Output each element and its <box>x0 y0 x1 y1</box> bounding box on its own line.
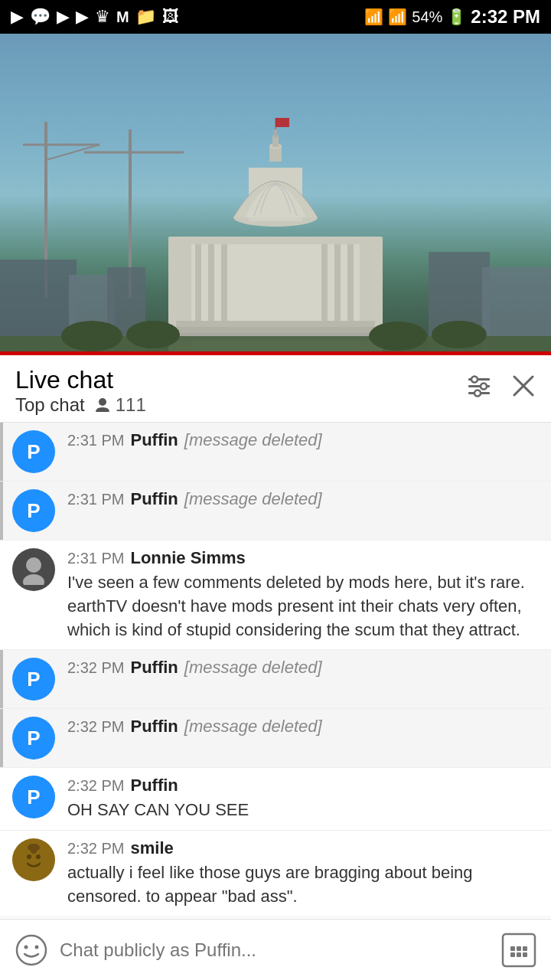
capitol-building <box>0 83 551 351</box>
m-icon: M <box>116 8 129 26</box>
svg-rect-61 <box>523 952 527 957</box>
avatar <box>12 838 55 881</box>
status-icons-left: ▶ 💬 ▶ ▶ ♛ M 📁 🖼 <box>11 7 179 27</box>
chat-icon: 💬 <box>30 7 51 27</box>
svg-rect-25 <box>221 244 227 321</box>
chat-header: Live chat Top chat 111 <box>0 355 551 423</box>
svg-rect-22 <box>276 118 289 127</box>
battery-icon: 🔋 <box>447 8 466 26</box>
svg-rect-19 <box>272 136 279 147</box>
deleted-indicator <box>0 650 3 708</box>
message-row: P 2:31 PM Puffin [message deleted] <box>0 482 551 541</box>
signal-icon: 📶 <box>388 8 407 26</box>
avatar <box>12 548 55 591</box>
avatar: P <box>12 776 55 818</box>
message-row: 2:32 PM smile actually i feel like those… <box>0 831 551 917</box>
svg-point-48 <box>27 854 31 859</box>
svg-point-54 <box>35 945 39 949</box>
avatar: P <box>12 430 55 473</box>
svg-point-36 <box>99 398 106 406</box>
message-content: 2:32 PM smile actually i feel like those… <box>67 838 539 909</box>
message-content: 2:32 PM Puffin OH SAY CAN YOU SEE <box>67 776 539 822</box>
chat-input[interactable] <box>60 939 490 961</box>
svg-rect-59 <box>510 952 515 957</box>
svg-point-42 <box>474 390 481 397</box>
image-icon: 🖼 <box>162 7 179 27</box>
avatar: P <box>12 489 55 532</box>
svg-rect-56 <box>510 946 515 951</box>
message-row: 2:31 PM Lonnie Simms I've seen a few com… <box>0 541 551 650</box>
close-icon[interactable] <box>511 374 536 398</box>
deleted-indicator <box>0 482 3 540</box>
chat-header-icons <box>465 366 536 400</box>
filter-icon[interactable] <box>465 372 493 400</box>
message-row: P 2:32 PM Puffin OH SAY CAN YOU SEE <box>0 768 551 831</box>
svg-point-52 <box>17 936 46 965</box>
svg-point-34 <box>369 322 427 351</box>
message-row: P 2:31 PM Puffin [message deleted] <box>0 423 551 482</box>
message-content: 2:31 PM Puffin [message deleted] <box>67 489 539 512</box>
svg-point-40 <box>471 377 478 383</box>
crown-icon: ♛ <box>95 7 110 27</box>
svg-point-49 <box>36 854 41 859</box>
chat-container: Live chat Top chat 111 <box>0 355 551 980</box>
youtube2-icon: ▶ <box>76 7 89 27</box>
svg-point-51 <box>28 844 40 851</box>
folder-icon: 📁 <box>135 7 156 27</box>
svg-rect-27 <box>334 244 341 321</box>
svg-rect-28 <box>347 244 354 321</box>
svg-point-33 <box>126 321 180 348</box>
chat-input-bar <box>0 919 551 980</box>
emoji-button[interactable] <box>12 931 51 969</box>
play-icon: ▶ <box>11 7 24 27</box>
person-icon <box>94 397 111 413</box>
svg-point-53 <box>24 945 28 949</box>
svg-rect-57 <box>517 946 521 951</box>
send-button[interactable] <box>499 930 539 970</box>
video-player[interactable] <box>0 34 551 355</box>
svg-rect-20 <box>274 129 277 137</box>
message-row: P 2:32 PM Puffin [message deleted] <box>0 650 551 709</box>
top-chat-label: Top chat <box>15 394 85 416</box>
svg-point-46 <box>23 574 44 585</box>
svg-rect-24 <box>208 244 214 321</box>
avatar: P <box>12 658 55 701</box>
svg-rect-23 <box>195 244 201 321</box>
svg-rect-26 <box>321 244 328 321</box>
status-bar: ▶ 💬 ▶ ▶ ♛ M 📁 🖼 📶 📶 54% 🔋 2:32 PM <box>0 0 551 34</box>
wifi-icon: 📶 <box>364 8 383 26</box>
svg-point-45 <box>26 557 41 573</box>
svg-point-41 <box>481 384 487 390</box>
status-time: 2:32 PM <box>471 6 540 28</box>
svg-rect-60 <box>517 952 521 957</box>
youtube-icon: ▶ <box>57 7 70 27</box>
status-icons-right: 📶 📶 54% 🔋 2:32 PM <box>364 6 540 28</box>
message-content: 2:31 PM Lonnie Simms I've seen a few com… <box>67 548 539 642</box>
deleted-indicator <box>0 709 3 767</box>
message-content: 2:32 PM Puffin [message deleted] <box>67 658 539 681</box>
deleted-indicator <box>0 423 3 481</box>
messages-area: P 2:31 PM Puffin [message deleted] P 2:3… <box>0 423 551 917</box>
message-row: P 2:32 PM Puffin [message deleted] <box>0 709 551 768</box>
svg-rect-58 <box>523 946 527 951</box>
avatar: P <box>12 717 55 760</box>
message-content: 2:32 PM Puffin [message deleted] <box>67 717 539 740</box>
svg-point-32 <box>61 321 122 351</box>
battery-percent: 54% <box>412 8 442 26</box>
chat-title: Live chat <box>15 366 146 394</box>
svg-point-35 <box>432 321 487 348</box>
message-content: 2:31 PM Puffin [message deleted] <box>67 430 539 453</box>
viewer-count: 111 <box>94 394 146 416</box>
